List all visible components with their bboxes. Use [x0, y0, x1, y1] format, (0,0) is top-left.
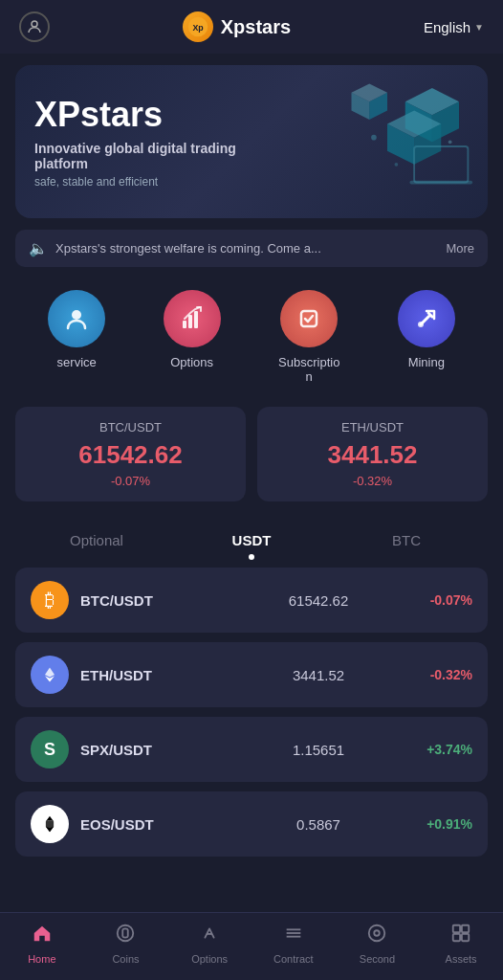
banner-title: XPstars — [34, 95, 469, 135]
eth-price-card[interactable]: ETH/USDT 3441.52 -0.32% — [257, 407, 488, 501]
quick-mining[interactable]: Mining — [398, 290, 455, 384]
tab-btc[interactable]: BTC — [329, 524, 484, 556]
eth-usdt-change: -0.32% — [405, 667, 472, 682]
nav-home[interactable]: Home — [13, 923, 71, 965]
svg-point-22 — [418, 322, 424, 327]
home-icon — [32, 923, 53, 949]
btc-usdt-price: 61542.62 — [243, 592, 394, 609]
nav-assets[interactable]: Assets — [432, 923, 490, 965]
spx-usdt-pair: SPX/USDT — [80, 742, 231, 758]
price-cards: BTC/USDT 61542.62 -0.07% ETH/USDT 3441.5… — [15, 407, 488, 501]
spx-coin-icon: S — [31, 730, 69, 768]
eos-coin-icon — [31, 805, 69, 843]
eth-pair-label: ETH/USDT — [273, 420, 472, 434]
svg-point-24 — [118, 925, 134, 942]
mining-label: Mining — [408, 355, 445, 369]
service-icon-circle — [48, 290, 105, 347]
svg-point-15 — [448, 140, 452, 144]
eth-price-change: -0.32% — [273, 474, 472, 488]
contract-icon — [283, 923, 304, 949]
options-label: Options — [170, 355, 213, 369]
quick-subscription[interactable]: Subscription — [278, 290, 339, 384]
btc-price-value: 61542.62 — [31, 440, 230, 470]
svg-rect-18 — [183, 321, 186, 328]
coins-icon — [115, 923, 136, 949]
nav-options[interactable]: Options — [181, 923, 238, 965]
list-item[interactable]: S SPX/USDT 1.15651 +3.74% — [15, 717, 488, 782]
list-item[interactable]: ETH/USDT 3441.52 -0.32% — [15, 642, 488, 707]
quick-actions: service Options Subscription — [0, 275, 503, 399]
btc-price-change: -0.07% — [31, 474, 230, 488]
logo-icon: Xp — [183, 11, 213, 42]
svg-rect-33 — [462, 934, 469, 941]
spx-usdt-price: 1.15651 — [243, 742, 394, 758]
svg-text:Xp: Xp — [192, 23, 204, 33]
svg-point-16 — [395, 163, 399, 167]
second-label: Second — [360, 953, 395, 965]
options-nav-label: Options — [191, 953, 228, 965]
announcement-bar[interactable]: 🔈 Xpstars's strongest welfare is coming.… — [15, 230, 488, 267]
svg-point-28 — [369, 925, 385, 942]
logo: Xp Xpstars — [183, 11, 291, 42]
contract-label: Contract — [273, 953, 314, 965]
svg-point-29 — [375, 930, 381, 936]
svg-point-14 — [371, 135, 377, 141]
service-label: service — [57, 355, 97, 369]
svg-rect-20 — [194, 311, 198, 328]
bottom-navigation: Home Coins Options Contract — [0, 912, 503, 980]
subscription-icon-circle — [280, 290, 338, 347]
profile-button[interactable] — [19, 11, 50, 42]
nav-coins[interactable]: Coins — [97, 923, 154, 965]
nav-contract[interactable]: Contract — [265, 923, 322, 965]
svg-rect-32 — [453, 934, 460, 941]
eth-usdt-price: 3441.52 — [243, 667, 394, 683]
svg-rect-19 — [188, 315, 192, 328]
assets-label: Assets — [446, 953, 477, 965]
banner-subtitle: Innovative global digital trading platfo… — [34, 141, 245, 171]
tab-optional[interactable]: Optional — [19, 524, 174, 556]
btc-coin-icon: ₿ — [31, 581, 69, 619]
language-label: English — [424, 19, 470, 35]
chevron-down-icon: ▼ — [474, 22, 484, 33]
banner-desc: safe, stable and efficient — [34, 175, 469, 189]
btc-pair-label: BTC/USDT — [31, 420, 230, 434]
btc-usdt-pair: BTC/USDT — [80, 592, 231, 609]
language-selector[interactable]: English ▼ — [424, 19, 484, 35]
btc-usdt-change: -0.07% — [405, 592, 472, 608]
nav-second[interactable]: Second — [348, 923, 405, 965]
eth-usdt-pair: ETH/USDT — [80, 667, 231, 683]
eth-coin-icon — [31, 656, 69, 694]
header: Xp Xpstars English ▼ — [0, 0, 503, 54]
eos-usdt-change: +0.91% — [405, 816, 472, 832]
svg-point-0 — [32, 21, 37, 27]
spx-usdt-change: +3.74% — [405, 742, 472, 757]
btc-price-card[interactable]: BTC/USDT 61542.62 -0.07% — [15, 407, 246, 501]
coins-label: Coins — [112, 953, 139, 965]
tab-usdt[interactable]: USDT — [174, 524, 329, 556]
svg-rect-30 — [453, 925, 460, 932]
eos-usdt-pair: EOS/USDT — [80, 816, 231, 833]
mining-icon-circle — [398, 290, 455, 347]
subscription-label: Subscription — [278, 355, 339, 384]
svg-point-17 — [72, 310, 81, 320]
more-link[interactable]: More — [446, 241, 474, 256]
quick-service[interactable]: service — [48, 290, 105, 384]
list-item[interactable]: ₿ BTC/USDT 61542.62 -0.07% — [15, 568, 488, 633]
second-icon — [366, 923, 387, 949]
svg-rect-31 — [462, 925, 469, 932]
eos-usdt-price: 0.5867 — [243, 816, 394, 833]
eth-price-value: 3441.52 — [273, 440, 472, 470]
home-label: Home — [28, 953, 55, 965]
market-list: ₿ BTC/USDT 61542.62 -0.07% ETH/USDT 3441… — [0, 560, 503, 874]
options-nav-icon — [199, 923, 220, 949]
market-tabs: Optional USDT BTC — [0, 517, 503, 560]
announcement-text: Xpstars's strongest welfare is coming. C… — [55, 241, 438, 256]
assets-icon — [450, 923, 471, 949]
speaker-icon: 🔈 — [29, 239, 48, 257]
options-icon-circle — [164, 290, 221, 347]
quick-options[interactable]: Options — [164, 290, 221, 384]
list-item[interactable]: EOS/USDT 0.5867 +0.91% — [15, 791, 488, 857]
hero-banner: XPstars Innovative global digital tradin… — [15, 65, 488, 218]
app-title: Xpstars — [221, 16, 291, 38]
